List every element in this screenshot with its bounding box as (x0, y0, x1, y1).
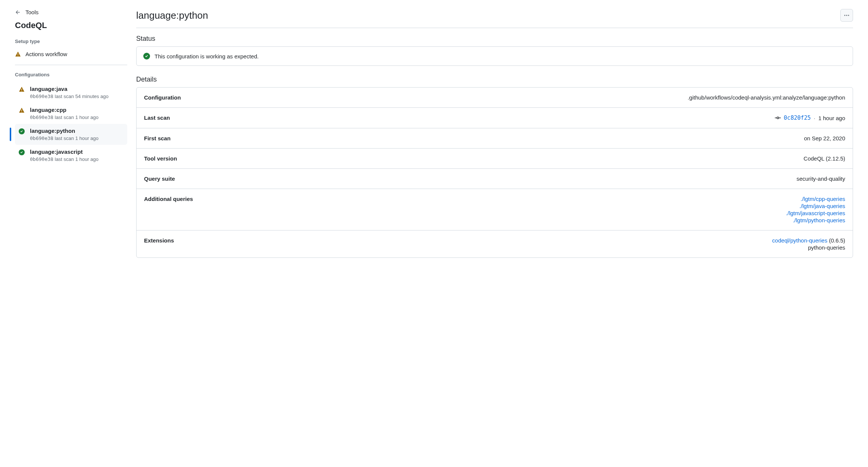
svg-point-6 (777, 117, 779, 119)
alert-icon (19, 107, 25, 114)
check-circle-icon (143, 53, 150, 59)
details-table: Configuration .github/workflows/codeql-a… (136, 87, 853, 258)
sidebar-title: CodeQL (15, 21, 127, 30)
extension-plain: python-queries (808, 244, 845, 251)
setup-type-value: Actions workflow (25, 51, 67, 57)
sidebar-config-item[interactable]: language:javascript0b690e38 last scan 1 … (15, 145, 127, 166)
extension-link[interactable]: codeql/python-queries (772, 237, 828, 244)
sidebar-config-item[interactable]: language:python0b690e38 last scan 1 hour… (15, 124, 127, 145)
alert-icon (19, 86, 25, 93)
config-name: language:java (30, 86, 123, 92)
kebab-icon (844, 12, 850, 18)
sidebar-config-item[interactable]: language:cpp0b690e38 last scan 1 hour ag… (15, 103, 127, 124)
configurations-list: language:java0b690e38 last scan 54 minut… (15, 82, 127, 166)
last-scan-commit-link[interactable]: 0c820f25 (784, 115, 811, 121)
page-title: language:python (136, 10, 208, 21)
main: language:python Status This configuratio… (136, 9, 853, 258)
last-scan-when: 1 hour ago (818, 115, 845, 121)
row-first-scan: First scan on Sep 22, 2020 (137, 128, 853, 149)
status-message: This configuration is working as expecte… (155, 53, 259, 59)
row-label: Tool version (144, 155, 177, 162)
row-label: Last scan (144, 115, 170, 121)
row-query-suite: Query suite security-and-quality (137, 169, 853, 189)
alert-icon (15, 51, 21, 57)
details-heading: Details (136, 76, 853, 83)
check-circle-icon (19, 128, 25, 135)
query-suite-value: security-and-quality (797, 175, 845, 182)
row-configuration: Configuration .github/workflows/codeql-a… (137, 88, 853, 108)
config-meta: 0b690e38 last scan 54 minutes ago (30, 94, 123, 99)
sidebar: Tools CodeQL Setup type Actions workflow… (15, 9, 127, 258)
config-meta: 0b690e38 last scan 1 hour ago (30, 156, 123, 162)
row-label: Configuration (144, 94, 181, 101)
additional-query-link[interactable]: ./lgtm/java-queries (799, 203, 845, 209)
configuration-value: .github/workflows/codeql-analysis.yml:an… (688, 94, 845, 101)
first-scan-value: on Sep 22, 2020 (804, 135, 845, 141)
row-label: Extensions (144, 237, 174, 244)
check-circle-icon (19, 149, 25, 156)
back-link[interactable]: Tools (15, 9, 127, 15)
svg-point-2 (844, 15, 846, 16)
arrow-left-icon (15, 9, 21, 15)
separator: · (814, 115, 815, 121)
config-name: language:python (30, 128, 123, 134)
config-name: language:cpp (30, 107, 123, 113)
configurations-label: Configurations (15, 72, 127, 77)
additional-query-link[interactable]: ./lgtm/cpp-queries (801, 196, 845, 202)
commit-icon (775, 115, 781, 121)
row-label: Additional queries (144, 196, 193, 202)
setup-type-row[interactable]: Actions workflow (15, 49, 127, 65)
row-label: Query suite (144, 175, 175, 182)
svg-point-4 (848, 15, 849, 16)
extension-version: (0.6.5) (829, 237, 845, 244)
row-additional-queries: Additional queries ./lgtm/cpp-queries./l… (137, 189, 853, 231)
config-meta: 0b690e38 last scan 1 hour ago (30, 135, 123, 141)
more-actions-button[interactable] (840, 9, 853, 22)
back-label: Tools (25, 9, 39, 15)
status-heading: Status (136, 35, 853, 43)
tool-version-value: CodeQL (2.12.5) (804, 155, 845, 162)
additional-query-link[interactable]: ./lgtm/python-queries (793, 217, 845, 223)
config-name: language:javascript (30, 149, 123, 155)
svg-point-3 (846, 15, 847, 16)
setup-type-label: Setup type (15, 39, 127, 44)
row-last-scan: Last scan 0c820f25 · 1 hour ago (137, 108, 853, 128)
row-extensions: Extensions codeql/python-queries (0.6.5)… (137, 231, 853, 257)
sidebar-config-item[interactable]: language:java0b690e38 last scan 54 minut… (15, 82, 127, 103)
row-tool-version: Tool version CodeQL (2.12.5) (137, 149, 853, 169)
row-label: First scan (144, 135, 171, 141)
config-meta: 0b690e38 last scan 1 hour ago (30, 115, 123, 120)
additional-query-link[interactable]: ./lgtm/javascript-queries (786, 210, 845, 216)
status-box: This configuration is working as expecte… (136, 46, 853, 66)
